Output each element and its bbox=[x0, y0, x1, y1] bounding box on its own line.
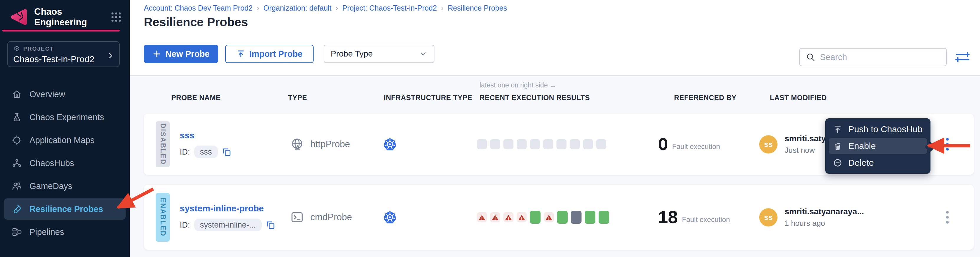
probe-name-cell: system-inline-probe ID: system-inline-..… bbox=[180, 203, 275, 232]
upload-icon bbox=[236, 49, 245, 58]
probe-id-row: ID: system-inline-... bbox=[180, 219, 275, 232]
avatar: ss bbox=[759, 135, 778, 153]
referenced-by-cell: 0 Fault execution bbox=[658, 135, 720, 153]
id-label: ID: bbox=[180, 148, 190, 157]
modified-by: smriti.saty bbox=[784, 134, 826, 143]
target-icon bbox=[12, 135, 22, 145]
execution-result-empty bbox=[596, 139, 606, 149]
warning-triangle-icon: ! bbox=[546, 214, 552, 220]
avatar: ss bbox=[759, 208, 778, 226]
latest-note: latest one on right side → bbox=[479, 81, 557, 89]
kubernetes-icon bbox=[383, 138, 397, 151]
project-label-row: PROJECT bbox=[13, 45, 114, 52]
probe-type-value: Probe Type bbox=[331, 49, 373, 59]
pipelines-icon bbox=[12, 227, 22, 237]
execution-results: !!!!! bbox=[477, 211, 609, 224]
toolbar: New Probe Import Probe Probe Type bbox=[144, 45, 434, 63]
copy-icon[interactable] bbox=[266, 220, 275, 230]
warning-triangle-icon: ! bbox=[519, 214, 525, 220]
filter-sliders-icon[interactable] bbox=[955, 49, 970, 65]
probe-name-link[interactable]: sss bbox=[180, 130, 231, 140]
sidebar-item-chaoshubs[interactable]: ChaosHubs bbox=[4, 152, 126, 174]
table-header: latest one on right side → PROBE NAME TY… bbox=[144, 77, 974, 109]
warning-triangle-icon: ! bbox=[505, 214, 512, 220]
modified-time: Just now bbox=[784, 146, 826, 155]
column-last-modified: LAST MODIFIED bbox=[770, 94, 827, 102]
probe-id-value: system-inline-... bbox=[194, 219, 262, 232]
network-nodes-icon bbox=[12, 158, 22, 168]
execution-result-empty bbox=[543, 139, 553, 149]
status-badge: ENABLED bbox=[156, 193, 170, 242]
breadcrumb-separator: › bbox=[257, 3, 259, 13]
home-icon bbox=[12, 89, 22, 99]
row-actions-menu-button[interactable] bbox=[946, 211, 949, 224]
column-infrastructure-type: INFRASTRUCTURE TYPE bbox=[384, 94, 472, 102]
referenced-count: 0 bbox=[658, 135, 668, 153]
breadcrumb-account[interactable]: Account: Chaos Dev Team Prod2 bbox=[144, 4, 253, 13]
project-selector[interactable]: PROJECT Chaos-Test-in-Prod2 bbox=[7, 41, 120, 67]
execution-result-fail: ! bbox=[544, 212, 554, 222]
probe-type-label: cmdProbe bbox=[310, 212, 352, 222]
terminal-icon bbox=[290, 211, 304, 224]
column-recent-execution-results: RECENT EXECUTION RESULTS bbox=[479, 94, 590, 102]
plus-icon bbox=[153, 49, 161, 58]
app-grid-icon[interactable] bbox=[110, 11, 123, 23]
menu-item-delete[interactable]: Delete bbox=[829, 155, 927, 171]
people-icon bbox=[12, 181, 22, 191]
execution-result-empty bbox=[530, 139, 540, 149]
probe-type-cell: httpProbe bbox=[290, 138, 350, 151]
brand-divider bbox=[2, 30, 120, 32]
sidebar-item-resilience-probes[interactable]: Resilience Probes bbox=[4, 198, 126, 220]
copy-icon[interactable] bbox=[222, 147, 231, 157]
warning-triangle-icon: ! bbox=[479, 214, 485, 220]
breadcrumb-organization[interactable]: Organization: default bbox=[264, 4, 332, 13]
last-modified-cell: ss smriti.saty Just now bbox=[759, 134, 826, 155]
id-label: ID: bbox=[180, 221, 190, 230]
probe-id-value: sss bbox=[194, 146, 218, 159]
import-probe-button[interactable]: Import Probe bbox=[225, 45, 313, 63]
sidebar-item-label: ChaosHubs bbox=[29, 159, 74, 168]
sidebar-item-gamedays[interactable]: GameDays bbox=[4, 176, 126, 197]
menu-item-push-to-chaoshub[interactable]: Push to ChaosHub bbox=[829, 121, 927, 137]
flask-icon bbox=[12, 112, 22, 122]
breadcrumb: Account: Chaos Dev Team Prod2 › Organiza… bbox=[144, 3, 507, 13]
sidebar-item-label: Overview bbox=[29, 89, 65, 99]
probe-name-link[interactable]: system-inline-probe bbox=[180, 203, 275, 213]
search-input[interactable] bbox=[820, 52, 940, 62]
sidebar-item-label: Chaos Experiments bbox=[29, 113, 104, 122]
modified-info: smriti.satyanaraya... 1 hours ago bbox=[784, 207, 864, 228]
menu-item-label: Delete bbox=[848, 158, 874, 168]
globe-icon bbox=[290, 138, 304, 151]
execution-result-empty bbox=[583, 139, 593, 149]
breadcrumb-project[interactable]: Project: Chaos-Test-in-Prod2 bbox=[342, 4, 437, 13]
sidebar-item-application-maps[interactable]: Application Maps bbox=[4, 130, 126, 151]
app-title: Chaos Engineering bbox=[34, 6, 104, 28]
referenced-by-cell: 18 Fault execution bbox=[658, 208, 730, 226]
new-probe-label: New Probe bbox=[165, 49, 210, 59]
new-probe-button[interactable]: New Probe bbox=[144, 45, 218, 63]
modified-info: smriti.saty Just now bbox=[784, 134, 826, 155]
push-to-hub-icon bbox=[833, 125, 842, 134]
chaos-logo-icon bbox=[9, 7, 28, 27]
execution-result-na bbox=[571, 211, 582, 224]
probe-type-label: httpProbe bbox=[310, 139, 350, 149]
menu-item-enable[interactable]: Enable bbox=[829, 138, 927, 154]
probe-type-cell: cmdProbe bbox=[290, 211, 352, 224]
sidebar-item-overview[interactable]: Overview bbox=[4, 84, 126, 105]
referenced-count: 18 bbox=[658, 208, 678, 226]
execution-result-empty bbox=[490, 139, 500, 149]
referenced-label: Fault execution bbox=[672, 143, 720, 151]
row-actions-menu-button[interactable] bbox=[946, 138, 949, 151]
cube-icon bbox=[13, 45, 20, 52]
sidebar-item-pipelines[interactable]: Pipelines bbox=[4, 221, 126, 243]
sidebar-item-chaos-experiments[interactable]: Chaos Experiments bbox=[4, 106, 126, 128]
breadcrumb-current[interactable]: Resilience Probes bbox=[448, 4, 507, 13]
column-probe-name: PROBE NAME bbox=[171, 94, 221, 102]
execution-result-pass bbox=[530, 211, 541, 224]
execution-results bbox=[477, 139, 606, 149]
probe-name-cell: sss ID: sss bbox=[180, 130, 231, 159]
execution-result-empty bbox=[570, 139, 580, 149]
sidebar-item-label: Application Maps bbox=[29, 135, 95, 145]
probe-type-dropdown[interactable]: Probe Type bbox=[324, 45, 434, 63]
sidebar-item-label: Resilience Probes bbox=[29, 204, 103, 214]
